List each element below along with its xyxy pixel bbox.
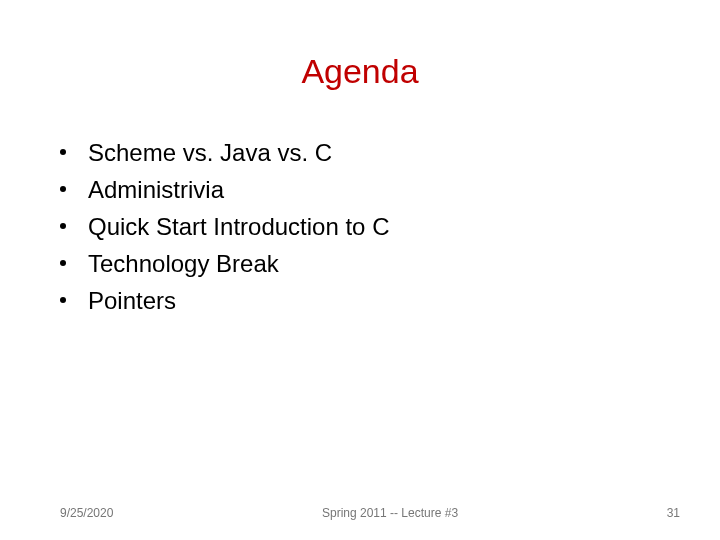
bullet-icon (60, 260, 66, 266)
slide-title: Agenda (56, 52, 664, 91)
footer: 9/25/2020 Spring 2011 -- Lecture #3 31 (0, 506, 720, 520)
footer-page-number: 31 (667, 506, 680, 520)
list-item: Technology Break (60, 248, 664, 279)
bullet-list: Scheme vs. Java vs. C Administrivia Quic… (60, 137, 664, 316)
slide: Agenda Scheme vs. Java vs. C Administriv… (0, 0, 720, 540)
list-item-text: Quick Start Introduction to C (88, 211, 389, 242)
list-item: Scheme vs. Java vs. C (60, 137, 664, 168)
list-item-text: Administrivia (88, 174, 224, 205)
footer-center: Spring 2011 -- Lecture #3 (113, 506, 666, 520)
list-item: Administrivia (60, 174, 664, 205)
list-item-text: Pointers (88, 285, 176, 316)
bullet-icon (60, 297, 66, 303)
footer-date: 9/25/2020 (60, 506, 113, 520)
bullet-icon (60, 186, 66, 192)
list-item-text: Technology Break (88, 248, 279, 279)
list-item: Pointers (60, 285, 664, 316)
list-item: Quick Start Introduction to C (60, 211, 664, 242)
bullet-icon (60, 149, 66, 155)
list-item-text: Scheme vs. Java vs. C (88, 137, 332, 168)
bullet-icon (60, 223, 66, 229)
